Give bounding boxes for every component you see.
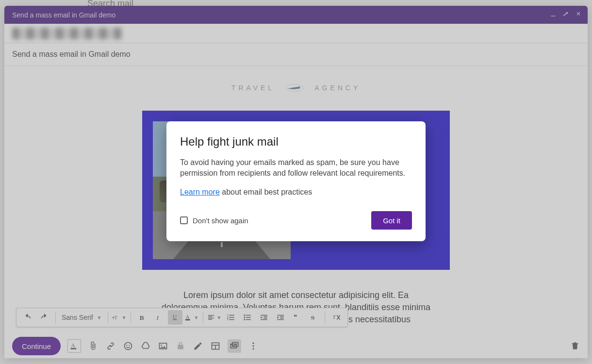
modal-overlay: Help fight junk mail To avoid having you…: [0, 0, 592, 364]
dialog-learn-more-row: Learn more about email best practices: [180, 187, 412, 198]
checkbox-icon: [180, 216, 188, 224]
dont-show-checkbox[interactable]: Don't show again: [180, 216, 248, 225]
learn-more-link[interactable]: Learn more: [180, 188, 220, 196]
dialog-title: Help fight junk mail: [180, 135, 412, 149]
junk-mail-dialog: Help fight junk mail To avoid having you…: [166, 121, 426, 241]
learn-more-suffix: about email best practices: [220, 188, 312, 196]
dialog-body: To avoid having your emails marked as sp…: [180, 157, 412, 179]
got-it-button[interactable]: Got it: [371, 211, 412, 230]
dont-show-label: Don't show again: [193, 216, 248, 225]
